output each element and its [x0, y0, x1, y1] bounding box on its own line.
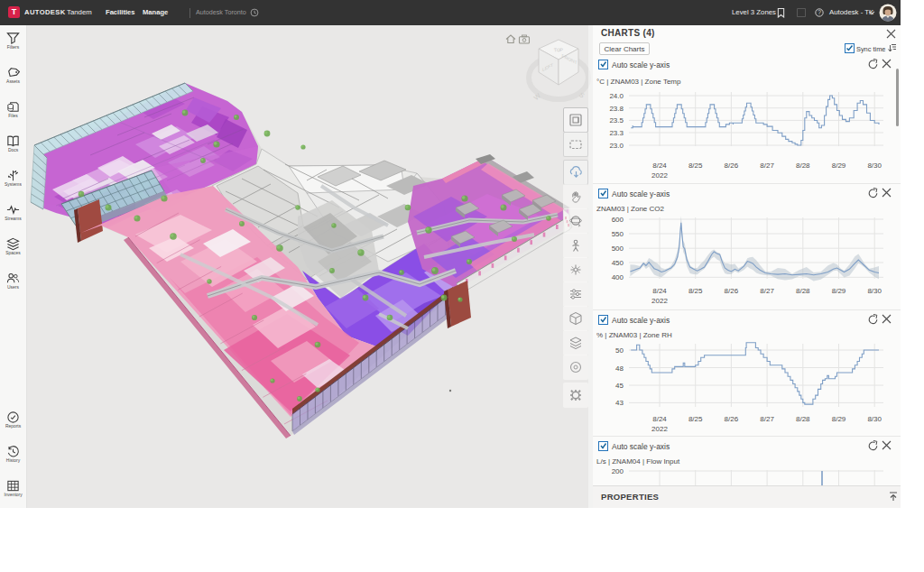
- svg-text:8/30: 8/30: [867, 415, 882, 423]
- svg-text:Auto scale y-axis: Auto scale y-axis: [612, 189, 670, 198]
- svg-text:2022: 2022: [651, 171, 668, 180]
- svg-text:°C | ZNAM03 | Zone Temp: °C | ZNAM03 | Zone Temp: [596, 78, 681, 86]
- svg-text:TOP: TOP: [554, 47, 564, 53]
- svg-text:8/28: 8/28: [796, 415, 810, 423]
- svg-text:8/29: 8/29: [832, 161, 846, 170]
- svg-text:8/30: 8/30: [867, 287, 882, 295]
- svg-text:8/30: 8/30: [867, 161, 882, 170]
- svg-text:8/27: 8/27: [760, 415, 774, 423]
- svg-text:23.5: 23.5: [609, 116, 624, 125]
- svg-text:8/27: 8/27: [760, 161, 774, 170]
- svg-text:8/24: 8/24: [652, 287, 667, 295]
- svg-text:8/28: 8/28: [796, 161, 810, 170]
- svg-text:ZNAM03 | Zone CO2: ZNAM03 | Zone CO2: [596, 205, 665, 213]
- svg-text:8/28: 8/28: [796, 287, 810, 295]
- svg-text:8/27: 8/27: [760, 287, 774, 295]
- svg-text:Auto scale y-axis: Auto scale y-axis: [612, 316, 670, 325]
- svg-text:8/24: 8/24: [652, 415, 667, 423]
- svg-text:8/26: 8/26: [725, 415, 739, 423]
- svg-text:Auto scale y-axis: Auto scale y-axis: [612, 442, 670, 451]
- svg-text:600: 600: [612, 216, 624, 224]
- svg-text:23.0: 23.0: [609, 142, 624, 150]
- svg-text:2022: 2022: [651, 297, 668, 305]
- svg-text:8/25: 8/25: [688, 287, 703, 295]
- svg-text:23.8: 23.8: [609, 105, 624, 113]
- svg-text:48: 48: [615, 364, 624, 373]
- svg-text:400: 400: [612, 273, 624, 281]
- svg-text:2022: 2022: [651, 425, 668, 433]
- svg-text:8/29: 8/29: [832, 415, 846, 423]
- svg-text:8/26: 8/26: [725, 161, 739, 170]
- svg-text:8/25: 8/25: [688, 161, 703, 170]
- svg-text:% | ZNAM03 | Zone RH: % | ZNAM03 | Zone RH: [596, 331, 672, 339]
- svg-text:200: 200: [612, 467, 624, 475]
- svg-text:8/25: 8/25: [688, 415, 703, 423]
- svg-text:500: 500: [612, 244, 624, 253]
- svg-text:24.0: 24.0: [609, 92, 624, 100]
- svg-text:50: 50: [615, 346, 624, 355]
- svg-text:L/s | ZNAM04 | Flow Input: L/s | ZNAM04 | Flow Input: [596, 457, 680, 466]
- svg-text:550: 550: [612, 230, 624, 238]
- svg-text:43: 43: [615, 399, 624, 407]
- svg-text:8/29: 8/29: [832, 287, 846, 295]
- svg-text:450: 450: [612, 259, 624, 267]
- svg-text:23.3: 23.3: [609, 129, 624, 137]
- svg-text:?: ?: [818, 9, 821, 15]
- svg-text:45: 45: [615, 382, 624, 390]
- svg-text:8/24: 8/24: [652, 161, 667, 170]
- svg-text:8/26: 8/26: [725, 287, 739, 295]
- svg-text:Auto scale y-axis: Auto scale y-axis: [612, 60, 670, 69]
